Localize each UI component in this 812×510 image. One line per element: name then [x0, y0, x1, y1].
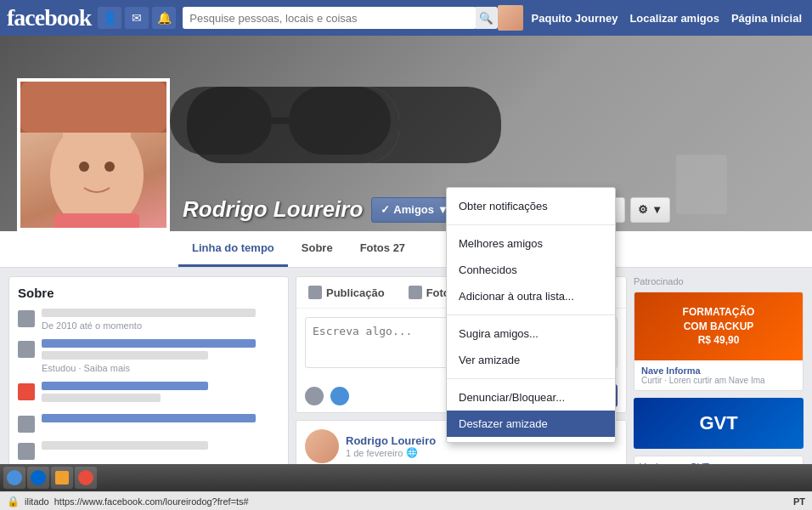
svg-rect-7 [54, 213, 139, 231]
tab-photos[interactable]: Fotos 27 [347, 231, 419, 267]
about-sub-1: De 2010 até o momento [42, 320, 279, 331]
about-line-2b [42, 351, 208, 360]
tab-timeline[interactable]: Linha do tempo [178, 231, 288, 267]
about-work-icon [18, 310, 35, 327]
tab-about[interactable]: Sobre [288, 231, 347, 267]
status-text: ilitado [25, 496, 49, 507]
taskbar-folder[interactable] [51, 467, 73, 489]
search-button[interactable]: 🔍 [476, 7, 498, 29]
dropdown-view-friendship[interactable]: Ver amizade [447, 347, 615, 373]
nav-home[interactable]: Página inicial [728, 10, 805, 26]
dropdown-section-4: Denunciar/Bloquear... Desfazer amizade [447, 379, 615, 442]
post-options [305, 387, 349, 405]
dropdown-acquaintances[interactable]: Conhecidos [447, 257, 615, 283]
friend-requests-icon[interactable]: 👤 [98, 7, 121, 29]
about-section-title: Sobre [18, 286, 279, 300]
cover-area: Rodrigo Loureiro ✓ Amigos ▼ ✓ Seguindo M… [0, 36, 812, 231]
svg-point-5 [79, 162, 89, 172]
post-privacy-icon: 🌐 [406, 447, 418, 458]
dropdown-report-block[interactable]: Denunciar/Bloquear... [447, 384, 615, 411]
ad-like-text: Curtir · Loren curtir am Nave Ima [641, 376, 796, 385]
dropdown-section-3: Sugira amigos... Ver amizade [447, 315, 615, 379]
dropdown-suggest-friends[interactable]: Sugira amigos... [447, 320, 615, 347]
dropdown-add-to-list[interactable]: Adicionar à outra lista... [447, 283, 615, 309]
nav-icon-group: 👤 ✉ 🔔 [98, 7, 176, 29]
about-item-2: Estudou · Saiba mais [18, 339, 279, 373]
about-item-3 [18, 382, 279, 405]
ad-nave-informa: FORMATAÇÃOCOM BACKUPR$ 49,90 Nave Inform… [634, 292, 804, 391]
post-date: 1 de fevereiro 🌐 [346, 447, 617, 458]
facebook-logo: facebook [7, 4, 91, 31]
nav-username[interactable]: Paquito Journey [528, 10, 622, 26]
taskbar-app3[interactable] [75, 467, 97, 489]
profile-name: Rodrigo Loureiro [183, 196, 363, 223]
about-relationship-text [42, 382, 279, 405]
nav-right-area: Paquito Journey Localizar amigos Página … [498, 5, 805, 31]
photo-icon [409, 286, 422, 299]
taskbar-start[interactable] [3, 467, 25, 489]
publication-label: Publicação [326, 286, 385, 299]
profile-tabs: Linha do tempo Sobre Fotos 27 [0, 231, 812, 268]
about-line-4 [42, 414, 256, 422]
publication-icon [308, 286, 322, 299]
about-heart-icon [18, 383, 35, 400]
about-item-5 [18, 441, 279, 460]
about-line-5 [42, 441, 208, 450]
start-icon [7, 470, 22, 485]
about-item-4 [18, 414, 279, 433]
messages-icon[interactable]: ✉ [125, 7, 149, 29]
profile-pic-background [20, 82, 166, 228]
svg-rect-1 [289, 87, 391, 155]
post-avatar [305, 429, 339, 463]
about-item-1: De 2010 até o momento [18, 309, 279, 331]
profile-picture [17, 78, 170, 231]
friends-button[interactable]: ✓ Amigos ▼ [371, 197, 458, 223]
about-line-3 [42, 382, 208, 390]
gear-icon: ⚙ [638, 203, 648, 216]
gvt-label: GVT [699, 412, 737, 434]
ad-brand[interactable]: Nave Informa [641, 366, 796, 376]
user-avatar-nav [498, 5, 523, 31]
dropdown-best-friends[interactable]: Melhores amigos [447, 230, 615, 257]
app3-icon [78, 470, 93, 485]
about-edu-icon [18, 341, 35, 358]
about-line-2 [42, 339, 256, 348]
top-navigation: facebook 👤 ✉ 🔔 🔍 Paquito Journey Localiz… [0, 0, 812, 36]
post-date-text: 1 de fevereiro [346, 448, 403, 458]
about-home-icon [18, 443, 35, 460]
dropdown-unfriend[interactable]: Desfazer amizade [447, 411, 615, 437]
search-input[interactable] [183, 7, 476, 29]
about-location-icon [18, 416, 35, 433]
taskbar-ie[interactable] [27, 467, 49, 489]
about-line-3b [42, 394, 161, 402]
main-layout: Sobre De 2010 até o momento Estudou · Sa… [0, 268, 812, 484]
settings-button[interactable]: ⚙ ▼ [630, 197, 670, 223]
right-ads-column: Patrocinado FORMATAÇÃOCOM BACKUPR$ 49,90… [634, 276, 804, 476]
post-tab-publication[interactable]: Publicação [296, 277, 397, 308]
dropdown-section-1: Obter notificações [447, 188, 615, 225]
sponsored-label: Patrocinado [634, 276, 804, 286]
location-tag-icon[interactable] [330, 387, 349, 405]
about-line-1 [42, 309, 256, 317]
nav-find-friends[interactable]: Localizar amigos [626, 10, 722, 26]
svg-rect-0 [170, 87, 272, 155]
friends-dropdown-menu: Obter notificações Melhores amigos Conhe… [446, 187, 616, 443]
status-bar: 🔒 ilitado https://www.facebook.com/loure… [0, 491, 812, 510]
ad-text-area: Nave Informa Curtir · Loren curtir am Na… [634, 360, 803, 390]
dropdown-settings-arrow: ▼ [651, 203, 663, 216]
ad-headline: FORMATAÇÃOCOM BACKUPR$ 49,90 [679, 302, 758, 351]
svg-rect-3 [20, 82, 170, 133]
status-lang: PT [793, 496, 805, 507]
lock-icon: 🔒 [7, 496, 20, 507]
emoji-icon[interactable] [305, 387, 324, 405]
status-url: https://www.facebook.com/loureirodog?fre… [54, 496, 249, 507]
friends-label: Amigos [393, 203, 434, 216]
dropdown-get-notifications[interactable]: Obter notificações [447, 193, 615, 219]
cover-mug [676, 155, 727, 214]
profile-face-svg [20, 82, 170, 231]
left-sidebar: Sobre De 2010 até o momento Estudou · Sa… [8, 276, 289, 476]
about-sub-2: Estudou · Saiba mais [42, 363, 279, 373]
gvt-ad[interactable]: GVT [634, 398, 804, 449]
notifications-icon[interactable]: 🔔 [152, 7, 176, 29]
ie-icon [31, 470, 46, 485]
